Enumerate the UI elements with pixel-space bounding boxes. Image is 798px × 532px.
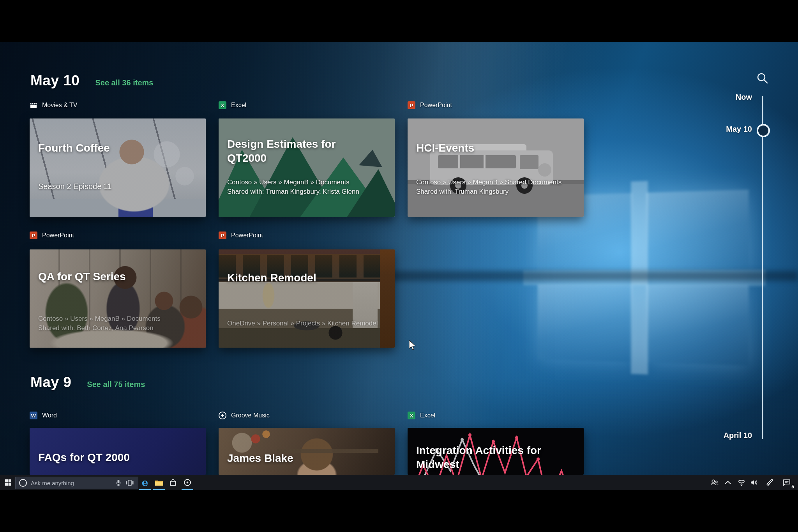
powerpoint-icon: P <box>219 232 226 239</box>
card-title: Kitchen Remodel <box>227 271 388 285</box>
action-center-icon[interactable]: 5 <box>780 475 793 490</box>
see-all-link[interactable]: See all 36 items <box>95 78 153 87</box>
app-label-text: Excel <box>231 102 246 109</box>
card-path: OneDrive » Personal » Projects » Kitchen… <box>227 319 389 328</box>
app-label-text: PowerPoint <box>42 232 74 239</box>
activity-card-james-blake[interactable]: James Blake <box>219 428 395 475</box>
card-path: Contoso » Users » MeganB » Documents <box>38 314 200 323</box>
card-art <box>219 118 395 217</box>
word-icon: W <box>30 412 37 419</box>
running-app-indicator <box>182 489 193 490</box>
activity-card-fourth-coffee[interactable]: Fourth Coffee Season 2 Episode 11 <box>30 118 206 217</box>
groove-app-icon[interactable] <box>181 475 194 490</box>
timeline-scrubber-handle[interactable] <box>757 124 770 137</box>
wifi-icon[interactable] <box>736 475 747 490</box>
see-all-link[interactable]: See all 75 items <box>87 380 145 389</box>
app-label-text: PowerPoint <box>420 102 452 109</box>
card-subtitle: Season 2 Episode 11 <box>38 181 200 192</box>
card-breadcrumb: OneDrive » Personal » Projects » Kitchen… <box>227 319 389 328</box>
powerpoint-icon: P <box>408 101 415 109</box>
store-icon[interactable] <box>167 475 179 490</box>
microphone-icon[interactable] <box>115 479 122 486</box>
windows-timeline-screen: May 10 See all 36 items Movies & TV X Ex… <box>0 0 798 532</box>
app-label-groove: Groove Music <box>219 411 270 420</box>
timeline-scrollbar-track[interactable] <box>762 96 763 439</box>
pen-icon[interactable] <box>764 475 775 490</box>
groove-icon <box>219 412 226 419</box>
section-date: May 9 <box>30 374 71 391</box>
people-icon[interactable] <box>709 475 719 490</box>
card-thumbnail <box>219 118 395 217</box>
card-title: Integration Activities for Midwest <box>416 444 564 472</box>
card-shared-with: Shared with: Beth Cortez, Ana Pearson <box>38 323 200 333</box>
letterbox-bottom <box>0 490 798 532</box>
search-icon[interactable] <box>755 71 770 86</box>
card-breadcrumb: Contoso » Users » MeganB » Documents Sha… <box>38 314 200 333</box>
rail-label-now[interactable]: Now <box>736 93 752 102</box>
running-app-indicator <box>139 489 151 490</box>
card-title: Design Estimates for QT2000 <box>227 137 356 166</box>
section-date: May 10 <box>30 72 79 89</box>
card-thumbnail <box>408 118 584 217</box>
start-button[interactable] <box>2 475 14 490</box>
card-title: HCI-Events <box>416 141 577 155</box>
app-label-text: PowerPoint <box>231 232 263 239</box>
running-app-indicator <box>153 489 165 490</box>
app-label-movies-tv: Movies & TV <box>30 101 77 110</box>
app-label-word: W Word <box>30 411 57 420</box>
edge-icon[interactable]: e <box>139 475 151 490</box>
app-label-powerpoint: P PowerPoint <box>408 101 452 110</box>
section-header-may10: May 10 See all 36 items <box>30 72 153 89</box>
card-art <box>408 118 584 217</box>
volume-icon[interactable] <box>749 475 760 490</box>
chevron-up-icon[interactable] <box>723 475 733 490</box>
file-explorer-icon[interactable] <box>153 475 165 490</box>
app-label-excel: X Excel <box>219 101 246 110</box>
activity-card-faqs[interactable]: FAQs for QT 2000 <box>30 428 206 475</box>
app-label-text: Movies & TV <box>42 102 77 109</box>
card-title: QA for QT Series <box>38 270 199 284</box>
card-title: FAQs for QT 2000 <box>38 451 199 465</box>
rail-label-past-date[interactable]: April 10 <box>724 431 752 440</box>
task-view-icon[interactable] <box>125 479 134 486</box>
card-path: Contoso » Users » MeganB » Shared Docume… <box>416 178 578 187</box>
card-breadcrumb: Contoso » Users » MeganB » Shared Docume… <box>416 178 578 196</box>
app-label-excel: X Excel <box>408 411 435 420</box>
activity-card-qa-series[interactable]: QA for QT Series Contoso » Users » Megan… <box>30 249 206 348</box>
notification-count-badge: 5 <box>791 484 794 490</box>
excel-icon: X <box>408 412 415 419</box>
activity-card-integration[interactable]: Integration Activities for Midwest <box>408 428 584 475</box>
card-thumbnail <box>219 249 395 348</box>
app-label-text: Excel <box>420 412 435 419</box>
activity-card-design-estimates[interactable]: Design Estimates for QT2000 Contoso » Us… <box>219 118 395 217</box>
card-thumbnail <box>30 118 206 217</box>
search-input[interactable] <box>30 479 115 487</box>
section-header-may9: May 9 See all 75 items <box>30 374 145 391</box>
card-title: Fourth Coffee <box>38 141 199 155</box>
card-shared-with: Shared with: Truman Kingsbury, Krista Gl… <box>227 187 389 196</box>
card-title: James Blake <box>227 451 388 465</box>
cortana-icon <box>19 479 27 487</box>
card-shared-with: Shared with: Truman Kingsbury <box>416 187 578 196</box>
app-label-powerpoint: P PowerPoint <box>30 231 74 240</box>
excel-icon: X <box>219 101 226 109</box>
app-label-text: Word <box>42 412 57 419</box>
taskbar: e 5 <box>0 475 798 490</box>
card-path: Contoso » Users » MeganB » Documents <box>227 178 389 187</box>
movies-tv-icon <box>30 101 37 109</box>
edge-glyph: e <box>142 477 148 488</box>
powerpoint-icon: P <box>30 232 37 239</box>
card-breadcrumb: Contoso » Users » MeganB » Documents Sha… <box>227 178 389 196</box>
app-label-text: Groove Music <box>231 412 270 419</box>
app-label-powerpoint: P PowerPoint <box>219 231 263 240</box>
taskbar-search-box[interactable] <box>15 477 138 489</box>
rail-label-current-date[interactable]: May 10 <box>726 125 752 134</box>
activity-card-kitchen-remodel[interactable]: Kitchen Remodel OneDrive » Personal » Pr… <box>219 249 395 348</box>
activity-card-hci-events[interactable]: HCI-Events Contoso » Users » MeganB » Sh… <box>408 118 584 217</box>
